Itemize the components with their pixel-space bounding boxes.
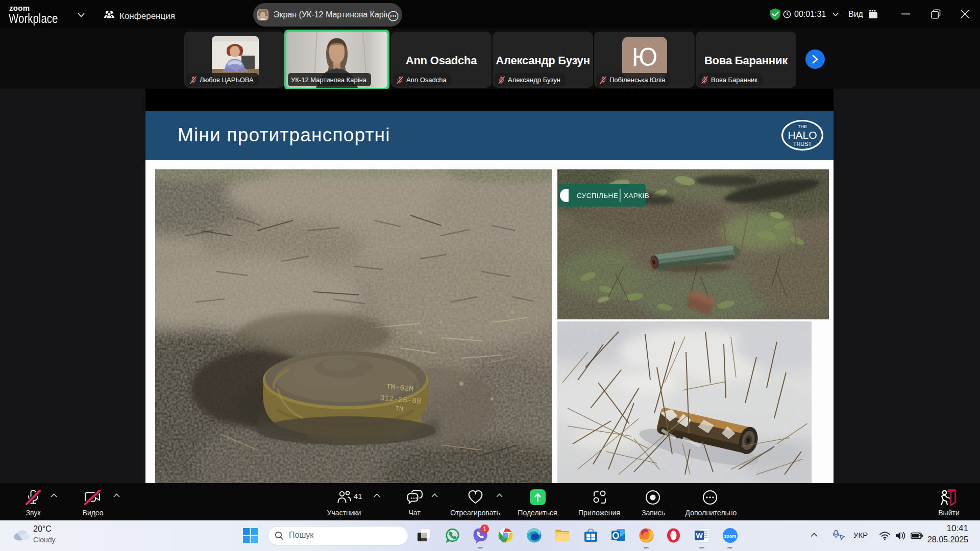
svg-text:ТМ: ТМ xyxy=(395,405,404,413)
svg-text:W: W xyxy=(696,532,703,540)
svg-text:СУСПІЛЬНЕ: СУСПІЛЬНЕ xyxy=(577,192,618,199)
svg-text:zoom: zoom xyxy=(724,534,737,539)
svg-text:ХАРКІВ: ХАРКІВ xyxy=(624,192,649,199)
svg-text:THE: THE xyxy=(798,124,807,129)
svg-text:TRUST: TRUST xyxy=(793,141,812,147)
svg-text:HALO: HALO xyxy=(788,129,817,141)
